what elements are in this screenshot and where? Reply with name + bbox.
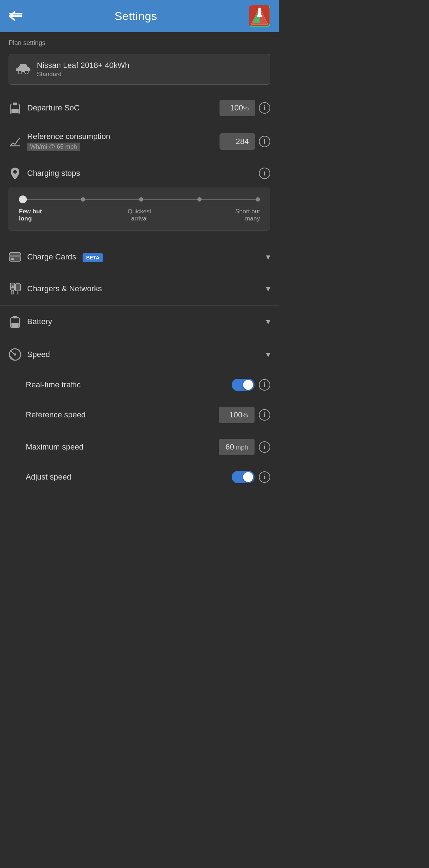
departure-soc-label: Departure SoC <box>27 103 214 113</box>
svg-rect-26 <box>15 284 20 291</box>
svg-rect-31 <box>11 323 19 327</box>
svg-marker-10 <box>19 64 28 67</box>
real-time-traffic-info[interactable]: i <box>259 379 270 391</box>
charging-stops-value: i <box>259 168 270 179</box>
slider-line <box>19 199 260 200</box>
svg-rect-22 <box>11 258 14 260</box>
slider-label-short: Short butmany <box>179 208 260 222</box>
adjust-speed-toggle[interactable] <box>232 471 255 483</box>
battery-label: Battery <box>27 317 260 326</box>
maximum-speed-box[interactable]: 60mph <box>219 439 255 455</box>
svg-rect-14 <box>29 68 30 71</box>
plan-settings-label: Plan settings <box>0 32 279 51</box>
slider-dot-2[interactable] <box>139 197 143 202</box>
battery-icon <box>9 102 21 114</box>
chargers-networks-icon <box>9 282 21 295</box>
chart-icon <box>9 137 21 147</box>
speed-section[interactable]: Speed ▾ <box>0 338 279 371</box>
svg-rect-30 <box>13 316 17 318</box>
departure-soc-row: Departure SoC 100% i <box>0 92 279 124</box>
slider-dot-1[interactable] <box>81 197 85 202</box>
back-icon <box>9 11 23 21</box>
battery-chevron: ▾ <box>266 317 270 327</box>
back-button[interactable] <box>9 11 23 21</box>
reference-consumption-label: Reference consumption Wh/mi @ 65 mph <box>27 132 214 151</box>
svg-rect-21 <box>9 255 21 257</box>
svg-rect-17 <box>11 109 19 113</box>
charge-cards-chevron: ▾ <box>266 252 270 262</box>
page-title: Settings <box>114 10 157 23</box>
reference-speed-row: Reference speed 100% i <box>0 399 279 431</box>
logo-icon <box>250 6 270 26</box>
app-logo <box>249 5 270 27</box>
beta-badge: BETA <box>83 253 103 262</box>
departure-soc-value: 100% i <box>220 100 270 116</box>
reference-speed-info[interactable]: i <box>259 409 270 421</box>
chargers-networks-chevron: ▾ <box>266 284 270 294</box>
slider-dots <box>19 195 260 203</box>
departure-soc-info[interactable]: i <box>259 102 270 114</box>
speed-chevron: ▾ <box>266 349 270 359</box>
slider-label-few: Few butlong <box>19 208 99 222</box>
slider-dot-3[interactable] <box>197 197 202 202</box>
real-time-traffic-row: Real-time traffic i <box>0 371 279 399</box>
slider-label-quickest: Quickestarrival <box>99 208 180 222</box>
reference-speed-box[interactable]: 100% <box>219 407 255 423</box>
car-variant: Standard <box>37 71 129 78</box>
adjust-speed-knob <box>243 472 253 482</box>
toggle-knob <box>243 380 253 390</box>
speed-expanded: Real-time traffic i Reference speed 100%… <box>0 371 279 491</box>
pin-icon <box>9 167 21 180</box>
reference-consumption-info[interactable]: i <box>259 136 270 147</box>
svg-point-12 <box>25 70 28 74</box>
charging-stops-row: Charging stops i <box>0 159 279 188</box>
departure-soc-box[interactable]: 100% <box>220 100 255 116</box>
svg-point-19 <box>13 170 17 174</box>
real-time-traffic-label: Real-time traffic <box>26 380 226 390</box>
chargers-networks-section[interactable]: Chargers & Networks ▾ <box>0 272 279 306</box>
chargers-networks-label: Chargers & Networks <box>27 284 260 293</box>
reference-consumption-box[interactable]: 284 <box>220 133 255 150</box>
adjust-speed-label: Adjust speed <box>26 472 226 482</box>
adjust-speed-info[interactable]: i <box>259 471 270 483</box>
charge-cards-icon <box>9 252 21 262</box>
car-selector[interactable]: Nissan Leaf 2018+ 40kWh Standard <box>9 54 270 85</box>
charge-cards-section[interactable]: Charge Cards BETA ▾ <box>0 242 279 272</box>
car-info: Nissan Leaf 2018+ 40kWh Standard <box>37 61 129 78</box>
svg-rect-13 <box>16 68 18 71</box>
adjust-speed-row: Adjust speed i <box>0 463 279 491</box>
slider-dot-0[interactable] <box>19 195 27 203</box>
svg-point-11 <box>18 70 22 74</box>
reference-consumption-row: Reference consumption Wh/mi @ 65 mph 284… <box>0 124 279 159</box>
charge-cards-label: Charge Cards BETA <box>27 252 260 262</box>
reference-speed-label: Reference speed <box>26 410 213 420</box>
header: Settings <box>0 0 279 32</box>
maximum-speed-label: Maximum speed <box>26 442 213 452</box>
speed-icon <box>9 348 21 361</box>
car-icon <box>16 63 30 76</box>
settings-content: Plan settings Nissan Leaf 2018+ 40kWh St… <box>0 32 279 491</box>
battery-section-icon <box>9 316 21 328</box>
maximum-speed-info[interactable]: i <box>259 441 270 453</box>
svg-rect-16 <box>13 103 17 105</box>
charging-stops-info[interactable]: i <box>259 168 270 179</box>
svg-point-33 <box>14 353 16 356</box>
reference-consumption-value: 284 i <box>220 133 270 150</box>
speed-label: Speed <box>27 350 260 359</box>
maximum-speed-row: Maximum speed 60mph i <box>0 431 279 463</box>
battery-section[interactable]: Battery ▾ <box>0 306 279 338</box>
real-time-traffic-toggle[interactable] <box>232 379 255 391</box>
slider-dot-4[interactable] <box>256 197 260 202</box>
car-name: Nissan Leaf 2018+ 40kWh <box>37 61 129 70</box>
slider-labels: Few butlong Quickestarrival Short butman… <box>19 208 260 222</box>
charging-stops-slider[interactable]: Few butlong Quickestarrival Short butman… <box>9 188 270 230</box>
slider-track <box>19 196 260 203</box>
charging-stops-label: Charging stops <box>27 169 253 178</box>
